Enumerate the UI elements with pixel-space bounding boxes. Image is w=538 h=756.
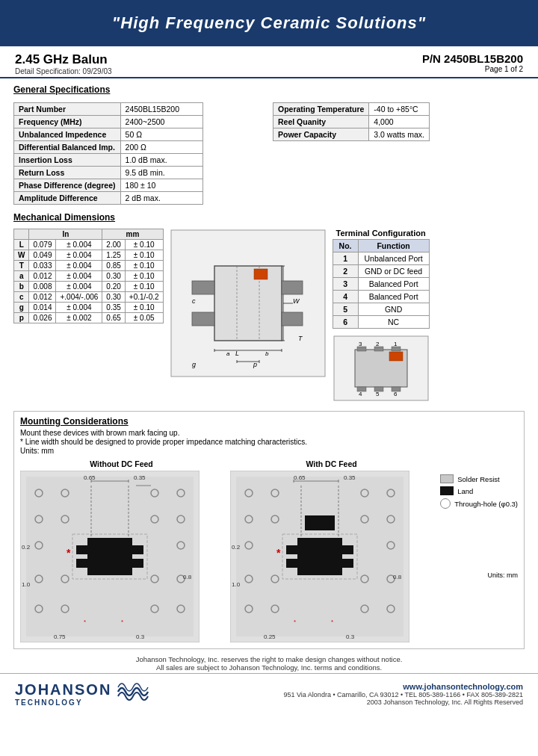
mounting-units: Units: mm bbox=[20, 447, 518, 455]
mech-cell: a bbox=[14, 271, 29, 282]
through-hole-swatch bbox=[440, 498, 451, 509]
mech-col-mm: mm bbox=[102, 229, 163, 240]
svg-text:0.35: 0.35 bbox=[134, 474, 146, 481]
mech-cell: T bbox=[14, 261, 29, 271]
left-spec-row: Return Loss9.5 dB min. bbox=[14, 167, 203, 179]
svg-rect-65 bbox=[132, 545, 143, 554]
through-hole-label: Through-hole (φ0.3) bbox=[454, 500, 518, 508]
svg-rect-1 bbox=[214, 266, 282, 341]
svg-text:0.75: 0.75 bbox=[54, 633, 66, 640]
footer-logo-bar: JOHANSON TECHNOLOGY www.johansontechnolo… bbox=[0, 673, 538, 713]
logo-area: JOHANSON TECHNOLOGY bbox=[15, 678, 152, 709]
svg-rect-41 bbox=[392, 387, 401, 391]
left-spec-row: Insertion Loss1.0 dB max. bbox=[14, 154, 203, 167]
spec-value: 50 Ω bbox=[120, 128, 202, 141]
spec-value: 1.0 dB max. bbox=[120, 154, 202, 167]
page-number: Page 1 of 2 bbox=[422, 65, 523, 73]
right-spec-row: Power Capacity3.0 watts max. bbox=[273, 128, 430, 141]
mech-row: g0.014± 0.0040.35± 0.10 bbox=[14, 303, 164, 313]
mech-cell: L bbox=[14, 240, 29, 250]
left-spec-row: Unbalanced Impedence50 Ω bbox=[14, 128, 203, 141]
left-spec-row: Differential Balanced Imp.200 Ω bbox=[14, 141, 203, 154]
mount-diagrams: Without DC Feed bbox=[20, 459, 518, 644]
with-dc-svg: 0.65 0.35 0.2 0.8 1.0 0.25 0.3 * * * bbox=[230, 471, 409, 642]
svg-rect-64 bbox=[76, 559, 87, 568]
svg-text:0.8: 0.8 bbox=[183, 574, 192, 580]
mech-cell: ± 0.004 bbox=[56, 271, 102, 282]
terminal-header-no: No. bbox=[333, 240, 358, 252]
svg-text:0.25: 0.25 bbox=[264, 633, 276, 640]
land-swatch bbox=[440, 486, 454, 495]
logo-text: JOHANSON bbox=[15, 681, 111, 698]
svg-rect-39 bbox=[357, 387, 366, 391]
svg-text:5: 5 bbox=[376, 391, 380, 397]
mech-table: In mm L0.079± 0.0042.00± 0.10W0.049± 0.0… bbox=[13, 229, 164, 323]
terminal-function: Balanced Port bbox=[358, 291, 429, 303]
mechanical-title: Mechanical Dimensions bbox=[13, 212, 525, 223]
svg-text:b: b bbox=[265, 350, 269, 357]
detail-spec: Detail Specification: 09/29/03 bbox=[15, 67, 112, 75]
terminal-row: 5GND bbox=[333, 303, 429, 316]
spec-value: 4,000 bbox=[369, 116, 430, 128]
terminal-row: 6NC bbox=[333, 316, 429, 329]
mech-cell: ± 0.10 bbox=[125, 250, 163, 261]
mount-diagram-with-dc: With DC Feed bbox=[230, 459, 433, 644]
terminal-function: GND bbox=[358, 303, 429, 316]
title-left: 2.45 GHz Balun Detail Specification: 09/… bbox=[15, 52, 112, 75]
spec-value: 180 ± 10 bbox=[120, 179, 202, 192]
part-number: P/N 2450BL15B200 bbox=[422, 52, 523, 65]
mechanical-wrapper: In mm L0.079± 0.0042.00± 0.10W0.049± 0.0… bbox=[0, 227, 538, 405]
spec-value: 9.5 dB min. bbox=[120, 167, 202, 179]
svg-text:0.8: 0.8 bbox=[393, 574, 402, 580]
terminal-function: NC bbox=[358, 316, 429, 329]
svg-text:0.3: 0.3 bbox=[346, 633, 355, 640]
spec-label: Operating Temperature bbox=[273, 103, 369, 116]
mech-cell: b bbox=[14, 282, 29, 292]
mech-cell: 2.00 bbox=[102, 240, 125, 250]
header-title: "High Frequency Ceramic Solutions" bbox=[112, 13, 426, 32]
right-specs-block: Operating Temperature-40 to +85°CReel Qu… bbox=[273, 102, 525, 205]
mech-cell: 0.30 bbox=[102, 271, 125, 282]
svg-rect-109 bbox=[305, 515, 335, 530]
spec-value: 2 dB max. bbox=[120, 192, 202, 205]
svg-text:1.0: 1.0 bbox=[22, 581, 31, 588]
svg-text:0.65: 0.65 bbox=[84, 474, 96, 481]
mech-cell: ± 0.10 bbox=[125, 261, 163, 271]
mech-cell: 0.014 bbox=[29, 303, 56, 313]
svg-text:6: 6 bbox=[394, 391, 398, 397]
spec-value: 3.0 watts max. bbox=[369, 128, 430, 141]
terminal-row: 3Balanced Port bbox=[333, 278, 429, 291]
svg-text:0.65: 0.65 bbox=[294, 474, 306, 481]
spec-label: Return Loss bbox=[14, 167, 121, 179]
svg-rect-4 bbox=[254, 269, 268, 279]
svg-text:0.2: 0.2 bbox=[22, 544, 31, 551]
terminal-header-function: Function bbox=[358, 240, 429, 252]
footer-note2: All sales are subject to Johanson Techno… bbox=[7, 663, 531, 672]
svg-text:*: * bbox=[121, 619, 123, 625]
mounting-section: Mounting Considerations Mount these devi… bbox=[13, 411, 525, 649]
svg-rect-29 bbox=[389, 352, 403, 361]
svg-rect-107 bbox=[342, 545, 353, 554]
svg-text:*: * bbox=[331, 619, 333, 625]
mech-table-container: In mm L0.079± 0.0042.00± 0.10W0.049± 0.0… bbox=[13, 229, 164, 323]
terminal-row: 1Unbalanced Port bbox=[333, 252, 429, 265]
without-dc-svg: 0.65 0.35 0.2 0.8 1.0 0.75 0.3 * bbox=[20, 471, 200, 642]
legend-land-item: Land bbox=[440, 486, 518, 495]
svg-rect-108 bbox=[342, 559, 353, 568]
spec-value: 2400~2500 bbox=[120, 116, 202, 128]
spec-label: Reel Quanity bbox=[273, 116, 369, 128]
svg-text:a: a bbox=[226, 350, 230, 357]
mech-cell: 0.35 bbox=[102, 303, 125, 313]
left-spec-row: Amplitude Difference2 dB max. bbox=[14, 192, 203, 205]
left-specs-block: Part Number2450BL15B200Frequency (MHz)24… bbox=[13, 102, 265, 205]
product-name: 2.45 GHz Balun bbox=[15, 52, 112, 67]
mech-cell: ± 0.10 bbox=[125, 303, 163, 313]
svg-rect-34 bbox=[374, 347, 383, 351]
svg-text:2: 2 bbox=[376, 341, 380, 347]
mech-cell: ± 0.004 bbox=[56, 261, 102, 271]
svg-text:p: p bbox=[253, 361, 257, 368]
mech-diagram: W L p T g c a b bbox=[170, 229, 327, 379]
mech-cell: ± 0.10 bbox=[125, 240, 163, 250]
svg-text:0.2: 0.2 bbox=[232, 544, 241, 551]
svg-text:0.35: 0.35 bbox=[344, 474, 356, 481]
